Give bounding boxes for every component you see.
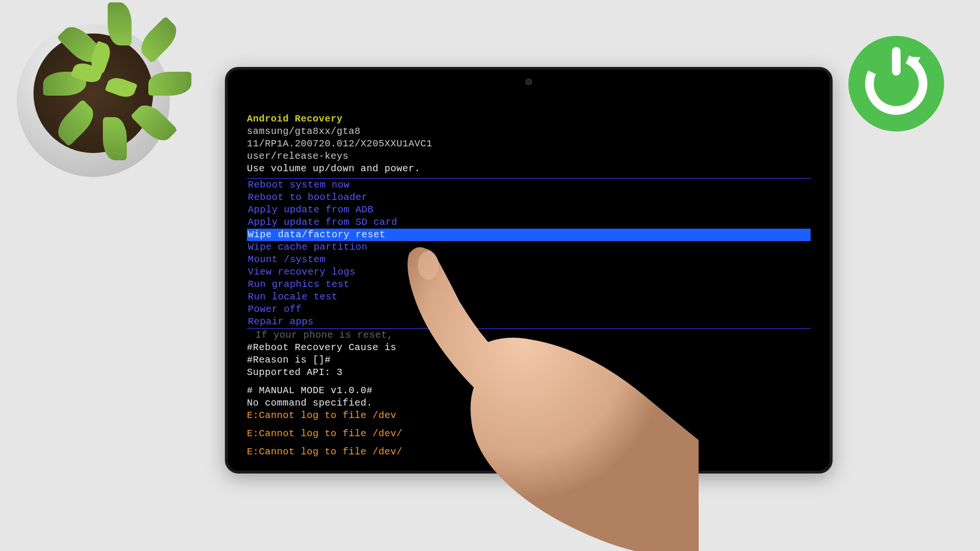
- plant-decoration: [10, 10, 177, 177]
- menu-reboot-system[interactable]: Reboot system now: [247, 179, 811, 191]
- menu-apply-update-adb[interactable]: Apply update from ADB: [247, 204, 811, 216]
- recovery-screen: Android Recovery samsung/gta8xx/gta8 11/…: [247, 113, 811, 452]
- device-line: samsung/gta8xx/gta8: [247, 125, 811, 138]
- menu-note: If your phone is reset,: [247, 329, 811, 342]
- recovery-menu: Reboot system now Reboot to bootloader A…: [247, 178, 811, 329]
- menu-repair-apps[interactable]: Repair apps: [247, 316, 811, 328]
- log-reason: #Reason is []#: [247, 354, 811, 366]
- keys-line: user/release-keys: [247, 150, 811, 163]
- menu-reboot-bootloader[interactable]: Reboot to bootloader: [247, 191, 811, 204]
- menu-apply-update-sd[interactable]: Apply update from SD card: [247, 216, 811, 229]
- build-line: 11/RP1A.200720.012/X205XXU1AVC1: [247, 138, 811, 150]
- log-reboot-cause: #Reboot Recovery Cause is: [247, 342, 811, 354]
- power-reset-icon: [865, 53, 927, 115]
- menu-graphics-test[interactable]: Run graphics test: [247, 278, 811, 291]
- menu-wipe-cache[interactable]: Wipe cache partition: [247, 241, 811, 253]
- log-api: Supported API: 3: [247, 366, 811, 379]
- hint-line: Use volume up/down and power.: [247, 163, 811, 175]
- menu-power-off[interactable]: Power off: [247, 303, 811, 316]
- brand-logo: [848, 36, 944, 132]
- recovery-title: Android Recovery: [247, 113, 811, 125]
- menu-view-logs[interactable]: View recovery logs: [247, 266, 811, 278]
- log-error-1: E:Cannot log to file /dev: [247, 409, 811, 422]
- menu-wipe-data[interactable]: Wipe data/factory reset: [247, 229, 811, 241]
- log-manual-mode: # MANUAL MODE v1.0.0#: [247, 385, 811, 397]
- menu-locale-test[interactable]: Run locale test: [247, 291, 811, 303]
- log-no-command: No command specified.: [247, 397, 811, 409]
- menu-mount-system[interactable]: Mount /system: [247, 253, 811, 266]
- tablet-device: Android Recovery samsung/gta8xx/gta8 11/…: [225, 67, 833, 474]
- front-camera: [525, 78, 532, 85]
- log-error-2: E:Cannot log to file /dev/: [247, 428, 811, 440]
- log-error-3: E:Cannot log to file /dev/: [247, 446, 811, 458]
